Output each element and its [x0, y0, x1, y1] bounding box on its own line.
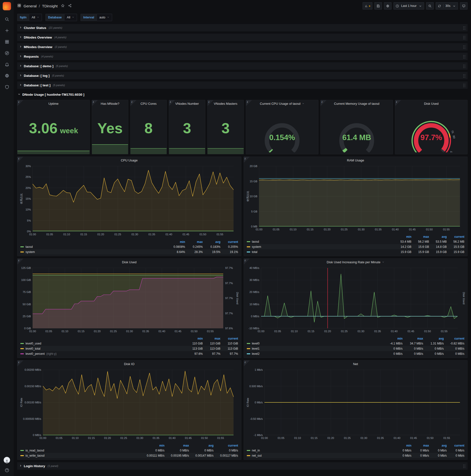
- panel-info-icon[interactable]: i: [131, 100, 136, 106]
- legend-column-header[interactable]: avg: [423, 337, 444, 340]
- legend-series-name[interactable]: io_write_taosd: [20, 454, 140, 457]
- legend-column-header[interactable]: min: [168, 240, 185, 244]
- legend-column-header[interactable]: max: [165, 444, 189, 447]
- legend-column-header[interactable]: current: [214, 444, 238, 447]
- legend-column-header[interactable]: avg: [189, 444, 214, 447]
- dashboard-row[interactable]: MNodes Overview(2 panels): [17, 43, 468, 51]
- row-login-history[interactable]: Login History (1 panel): [17, 462, 468, 470]
- refresh-picker[interactable]: 30s: [436, 2, 458, 10]
- row-drag-handle[interactable]: [463, 55, 466, 58]
- alerting-bell-icon[interactable]: [4, 62, 9, 67]
- legend-column-header[interactable]: avg: [203, 240, 220, 244]
- breadcrumb-folder[interactable]: General: [24, 4, 36, 8]
- save-dashboard-button[interactable]: [374, 2, 382, 10]
- dashboard-row[interactable]: Requests(4 panels): [17, 53, 468, 60]
- panel-info-icon[interactable]: i: [244, 157, 250, 163]
- legend-column-header[interactable]: max: [411, 235, 429, 238]
- dashboard-row[interactable]: Cluster Status(21 panels): [17, 24, 468, 31]
- explore-compass-icon[interactable]: [4, 51, 9, 55]
- panel-title[interactable]: RAM Usage: [246, 157, 466, 164]
- legend-column-header[interactable]: min: [140, 444, 165, 447]
- panel-title[interactable]: Disk Used: [395, 100, 467, 107]
- row-drag-handle[interactable]: [463, 64, 466, 68]
- legend-column-header[interactable]: max: [203, 337, 220, 340]
- row-dnode-usage[interactable]: DNode Usage [ huolinhe-TM1701:6030 ]: [17, 91, 468, 98]
- breadcrumb-dashboard[interactable]: TDinsight: [42, 4, 58, 8]
- legend-series-name[interactable]: total: [247, 250, 394, 254]
- legend-series-name[interactable]: net_in: [247, 449, 394, 452]
- legend-series-name[interactable]: system: [247, 245, 394, 249]
- variable-label[interactable]: Interval: [81, 14, 97, 21]
- legend-column-header[interactable]: min: [185, 337, 203, 340]
- zoom-out-time-button[interactable]: [426, 2, 434, 10]
- server-admin-shield-icon[interactable]: [4, 85, 9, 89]
- dashboard-row[interactable]: Database: [ demo ](5 panels): [17, 62, 468, 70]
- panel-title[interactable]: CPU Usage: [19, 157, 239, 164]
- panel-info-icon[interactable]: i: [17, 259, 23, 265]
- variable-value-dropdown[interactable]: All: [65, 14, 77, 21]
- add-panel-button[interactable]: +: [363, 2, 373, 10]
- panel-title[interactable]: Disk Used: [19, 259, 239, 266]
- legend-column-header[interactable]: min: [394, 235, 411, 238]
- panel-info-icon[interactable]: i: [246, 100, 252, 106]
- configuration-gear-icon[interactable]: [4, 73, 9, 78]
- legend-series-name[interactable]: level2: [247, 352, 382, 356]
- legend-column-header[interactable]: current: [447, 235, 464, 238]
- panel-info-icon[interactable]: i: [17, 157, 23, 163]
- legend-series-name[interactable]: level0: [247, 342, 382, 345]
- panel-info-icon[interactable]: i: [395, 100, 401, 106]
- time-range-picker[interactable]: Last 1 hour: [393, 2, 424, 10]
- create-plus-icon[interactable]: [4, 28, 9, 33]
- panel-info-icon[interactable]: i: [17, 100, 23, 106]
- dashboard-row[interactable]: DNodes Overview(4 panels): [17, 34, 468, 41]
- panel-title[interactable]: Disk Used Increasing Rate per Minute: [246, 259, 466, 266]
- row-drag-handle[interactable]: [463, 45, 466, 49]
- variable-value-dropdown[interactable]: All: [29, 14, 42, 21]
- legend-series-name[interactable]: net_out: [247, 454, 394, 457]
- legend-column-header[interactable]: max: [411, 444, 429, 447]
- dashboard-settings-button[interactable]: [384, 2, 391, 10]
- help-icon[interactable]: [4, 468, 9, 473]
- row-drag-handle[interactable]: [463, 464, 466, 468]
- legend-column-header[interactable]: min: [382, 337, 403, 340]
- dashboard-row[interactable]: Database: [ test ](5 panels): [17, 82, 468, 89]
- legend-column-header[interactable]: current: [220, 240, 238, 244]
- variable-label[interactable]: Database: [45, 14, 65, 21]
- legend-column-header[interactable]: min: [394, 444, 411, 447]
- panel-info-icon[interactable]: i: [17, 360, 23, 366]
- legend-column-header[interactable]: current: [444, 337, 464, 340]
- legend-series-name[interactable]: level0_percent (right-y): [20, 352, 185, 356]
- panel-title[interactable]: Current Memory Usage of taosd: [321, 100, 393, 107]
- row-drag-handle[interactable]: [463, 35, 466, 39]
- panel-info-icon[interactable]: i: [169, 100, 175, 106]
- legend-column-header[interactable]: current: [220, 337, 238, 340]
- legend-column-header[interactable]: avg: [429, 444, 447, 447]
- row-drag-handle[interactable]: [463, 26, 466, 30]
- legend-column-header[interactable]: max: [403, 337, 423, 340]
- panel-info-icon[interactable]: i: [321, 100, 326, 106]
- legend-series-name[interactable]: level0_used: [20, 342, 185, 345]
- star-icon[interactable]: [61, 4, 65, 8]
- legend-column-header[interactable]: max: [185, 240, 203, 244]
- legend-series-name[interactable]: io_read_taosd: [20, 449, 140, 452]
- legend-series-name[interactable]: level1: [247, 347, 382, 350]
- legend-column-header[interactable]: current: [447, 444, 464, 447]
- legend-series-name[interactable]: level0_total: [20, 347, 185, 350]
- search-icon[interactable]: [4, 17, 9, 22]
- row-drag-handle[interactable]: [463, 74, 466, 78]
- share-icon[interactable]: [68, 4, 72, 8]
- panel-title[interactable]: Net: [246, 360, 466, 367]
- legend-series-name[interactable]: taosd: [247, 240, 394, 243]
- row-drag-handle[interactable]: [463, 84, 466, 87]
- panel-info-icon[interactable]: i: [244, 259, 250, 265]
- panel-title[interactable]: Disk IO: [19, 360, 239, 367]
- variable-label[interactable]: fqdn: [17, 14, 29, 21]
- panel-info-icon[interactable]: i: [207, 100, 213, 106]
- grafana-logo[interactable]: [3, 2, 11, 10]
- dashboards-icon[interactable]: [4, 39, 9, 44]
- panel-title[interactable]: Uptime: [17, 100, 89, 107]
- panel-info-icon[interactable]: i: [92, 100, 98, 106]
- panel-info-icon[interactable]: i: [244, 360, 250, 366]
- cycle-view-mode-button[interactable]: [460, 2, 468, 10]
- legend-series-name[interactable]: taosd: [20, 245, 168, 249]
